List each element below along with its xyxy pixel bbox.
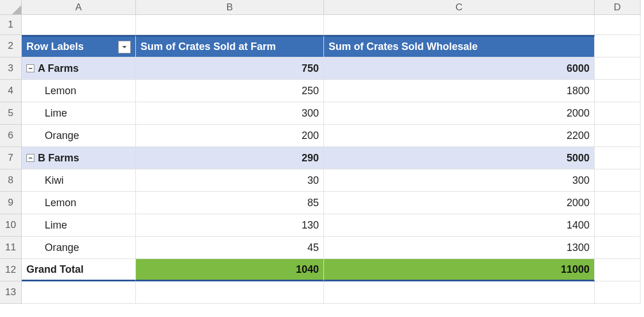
row-header-8[interactable]: 8 [0, 169, 22, 192]
pivot-rowlabels-text: Row Labels [26, 41, 84, 53]
pivot-row-lime-b-v2[interactable]: 1400 [324, 214, 595, 237]
pivot-value2-header[interactable]: Sum of Crates Sold Wholesale [324, 35, 595, 57]
cell-C1[interactable] [324, 15, 595, 35]
cell-B13[interactable] [136, 281, 324, 304]
pivot-row-lime-b[interactable]: Lime [22, 214, 136, 237]
cell-D12[interactable] [595, 259, 641, 281]
row-header-10[interactable]: 10 [0, 214, 22, 237]
pivot-row-lemon-b-v2[interactable]: 2000 [324, 192, 595, 214]
cell-D4[interactable] [595, 80, 641, 102]
pivot-row-lemon-b-v1[interactable]: 85 [136, 192, 324, 214]
row-header-13[interactable]: 13 [0, 281, 22, 304]
cell-D11[interactable] [595, 237, 641, 259]
pivot-grand-total-label[interactable]: Grand Total [22, 259, 136, 281]
cell-C13[interactable] [324, 281, 595, 304]
cell-D7[interactable] [595, 147, 641, 169]
row-header-5[interactable]: 5 [0, 102, 22, 125]
spreadsheet-grid: A B C D 1 2 Row Labels Sum of Crates Sol… [0, 0, 644, 304]
pivot-group-b-farms-v2[interactable]: 5000 [324, 147, 595, 169]
row-header-3[interactable]: 3 [0, 57, 22, 80]
collapse-icon[interactable]: − [26, 64, 34, 72]
cell-D2[interactable] [595, 35, 641, 57]
row-header-12[interactable]: 12 [0, 259, 22, 281]
pivot-row-kiwi-b-v1[interactable]: 30 [136, 169, 324, 192]
pivot-value1-header-text: Sum of Crates Sold at Farm [140, 41, 276, 53]
pivot-group-a-farms-v2[interactable]: 6000 [324, 57, 595, 80]
row-header-6[interactable]: 6 [0, 125, 22, 147]
select-all-corner[interactable] [0, 0, 22, 15]
col-header-C[interactable]: C [324, 0, 595, 15]
cell-D3[interactable] [595, 57, 641, 80]
pivot-grand-total-v2[interactable]: 11000 [324, 259, 595, 281]
pivot-row-lemon-a-v1[interactable]: 250 [136, 80, 324, 102]
row-header-7[interactable]: 7 [0, 147, 22, 169]
pivot-row-lime-b-v1[interactable]: 130 [136, 214, 324, 237]
pivot-group-a-farms-v1[interactable]: 750 [136, 57, 324, 80]
row-filter-dropdown[interactable] [118, 41, 131, 53]
cell-A13[interactable] [22, 281, 136, 304]
col-header-B[interactable]: B [136, 0, 324, 15]
pivot-row-lemon-b[interactable]: Lemon [22, 192, 136, 214]
pivot-value2-header-text: Sum of Crates Sold Wholesale [329, 41, 478, 53]
pivot-group-b-farms-v1[interactable]: 290 [136, 147, 324, 169]
row-header-2[interactable]: 2 [0, 35, 22, 57]
col-header-A[interactable]: A [22, 0, 136, 15]
pivot-row-orange-a[interactable]: Orange [22, 125, 136, 147]
cell-D6[interactable] [595, 125, 641, 147]
row-header-11[interactable]: 11 [0, 237, 22, 259]
pivot-row-orange-a-v1[interactable]: 200 [136, 125, 324, 147]
pivot-rowlabels-header[interactable]: Row Labels [22, 35, 136, 57]
cell-B1[interactable] [136, 15, 324, 35]
collapse-icon[interactable]: − [26, 154, 34, 162]
cell-D1[interactable] [595, 15, 641, 35]
pivot-row-lime-a-v2[interactable]: 2000 [324, 102, 595, 125]
col-header-D[interactable]: D [595, 0, 641, 15]
pivot-row-orange-a-v2[interactable]: 2200 [324, 125, 595, 147]
cell-D8[interactable] [595, 169, 641, 192]
chevron-down-icon [121, 44, 128, 51]
pivot-value1-header[interactable]: Sum of Crates Sold at Farm [136, 35, 324, 57]
pivot-grand-total-v1[interactable]: 1040 [136, 259, 324, 281]
row-header-1[interactable]: 1 [0, 15, 22, 35]
row-header-9[interactable]: 9 [0, 192, 22, 214]
pivot-group-b-farms-label: B Farms [38, 152, 79, 164]
pivot-row-orange-b-v1[interactable]: 45 [136, 237, 324, 259]
cell-D9[interactable] [595, 192, 641, 214]
pivot-row-kiwi-b[interactable]: Kiwi [22, 169, 136, 192]
cell-D10[interactable] [595, 214, 641, 237]
pivot-row-orange-b-v2[interactable]: 1300 [324, 237, 595, 259]
pivot-row-lime-a-v1[interactable]: 300 [136, 102, 324, 125]
pivot-row-lime-a[interactable]: Lime [22, 102, 136, 125]
pivot-row-orange-b[interactable]: Orange [22, 237, 136, 259]
pivot-group-b-farms[interactable]: − B Farms [22, 147, 136, 169]
pivot-row-lemon-a[interactable]: Lemon [22, 80, 136, 102]
cell-D5[interactable] [595, 102, 641, 125]
pivot-row-kiwi-b-v2[interactable]: 300 [324, 169, 595, 192]
cell-D13[interactable] [595, 281, 641, 304]
cell-A1[interactable] [22, 15, 136, 35]
pivot-group-a-farms[interactable]: − A Farms [22, 57, 136, 80]
pivot-row-lemon-a-v2[interactable]: 1800 [324, 80, 595, 102]
row-header-4[interactable]: 4 [0, 80, 22, 102]
pivot-group-a-farms-label: A Farms [38, 63, 79, 75]
